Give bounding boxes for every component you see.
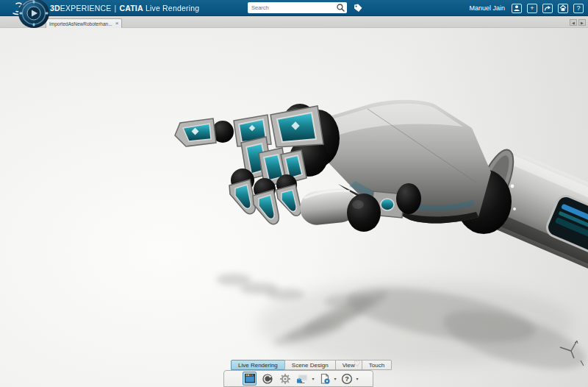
brand-app-name: Live Rendering bbox=[146, 4, 199, 13]
document-gear-icon bbox=[319, 373, 331, 385]
profile-avatar-button[interactable] bbox=[512, 4, 522, 13]
render-viewport[interactable] bbox=[0, 28, 588, 387]
tab-scene-design[interactable]: Scene Design bbox=[284, 360, 336, 370]
user-name[interactable]: Manuel Jain bbox=[469, 4, 505, 12]
display-options-button[interactable] bbox=[295, 372, 309, 386]
plus-icon: + bbox=[530, 5, 534, 12]
chevron-down-icon[interactable]: ▾ bbox=[312, 376, 314, 381]
chevron-down-icon[interactable]: ▾ bbox=[334, 376, 336, 381]
app-title: 3DEXPERIENCE|CATIA Live Rendering bbox=[50, 0, 199, 16]
chevron-down-icon[interactable]: ▾ bbox=[356, 376, 359, 381]
tab-live-rendering[interactable]: Live Rendering bbox=[231, 360, 285, 370]
home-button[interactable] bbox=[558, 4, 568, 13]
share-arrow-icon bbox=[544, 4, 551, 12]
search-input[interactable] bbox=[248, 4, 336, 11]
question-icon: ? bbox=[576, 5, 580, 12]
add-content-button[interactable]: + bbox=[527, 4, 537, 13]
render-image-icon bbox=[244, 373, 256, 384]
document-tab[interactable]: ImportedAsNewRoboterhan... × bbox=[46, 18, 122, 28]
3dexperience-compass-icon[interactable] bbox=[17, 0, 51, 29]
top-bar-right-cluster: Manuel Jain + ? bbox=[469, 0, 584, 16]
svg-text:?: ? bbox=[345, 375, 349, 383]
settings-gear-button[interactable] bbox=[278, 372, 292, 386]
tab-scroll-left-button[interactable]: ◀ bbox=[570, 19, 577, 26]
tag-icon[interactable] bbox=[353, 3, 363, 13]
close-icon[interactable]: × bbox=[115, 21, 119, 26]
search-icon[interactable] bbox=[336, 3, 345, 13]
gear-icon bbox=[279, 373, 291, 385]
render-options-button[interactable] bbox=[318, 372, 331, 386]
help-circle-icon: ? bbox=[341, 373, 353, 385]
home-icon bbox=[559, 4, 567, 12]
brand-divider: | bbox=[115, 4, 117, 13]
tab-scroll-right-button[interactable]: ▶ bbox=[578, 19, 586, 26]
favorites-heart-icon[interactable]: ♡ bbox=[354, 359, 361, 369]
person-icon bbox=[513, 4, 520, 12]
turntable-button[interactable] bbox=[260, 372, 274, 386]
monitor-cube-icon bbox=[296, 373, 309, 385]
brand-3d: 3D bbox=[50, 4, 60, 13]
help-menu-button[interactable]: ? bbox=[340, 372, 354, 386]
brand-experience: EXPERIENCE bbox=[60, 4, 112, 13]
action-toolbar: ▾ ▾ ? ▾ bbox=[223, 370, 373, 387]
render-button[interactable] bbox=[243, 372, 257, 386]
tab-touch[interactable]: Touch bbox=[362, 360, 392, 370]
app-window: 3DEXPERIENCE|CATIA Live Rendering Manuel… bbox=[0, 0, 588, 387]
document-tab-label: ImportedAsNewRoboterhan... bbox=[49, 21, 112, 26]
search-box[interactable] bbox=[248, 2, 347, 13]
tab-scroll-controls: ◀ ▶ bbox=[570, 19, 586, 26]
share-button[interactable] bbox=[542, 4, 553, 13]
help-button[interactable]: ? bbox=[573, 4, 584, 13]
section-tab-bar: Live Rendering Scene Design View Touch bbox=[231, 360, 392, 370]
robot-hand-render bbox=[0, 28, 588, 387]
turntable-icon bbox=[262, 373, 273, 385]
brand-catia: CATIA bbox=[119, 4, 143, 13]
top-bar: 3DEXPERIENCE|CATIA Live Rendering Manuel… bbox=[0, 0, 588, 16]
